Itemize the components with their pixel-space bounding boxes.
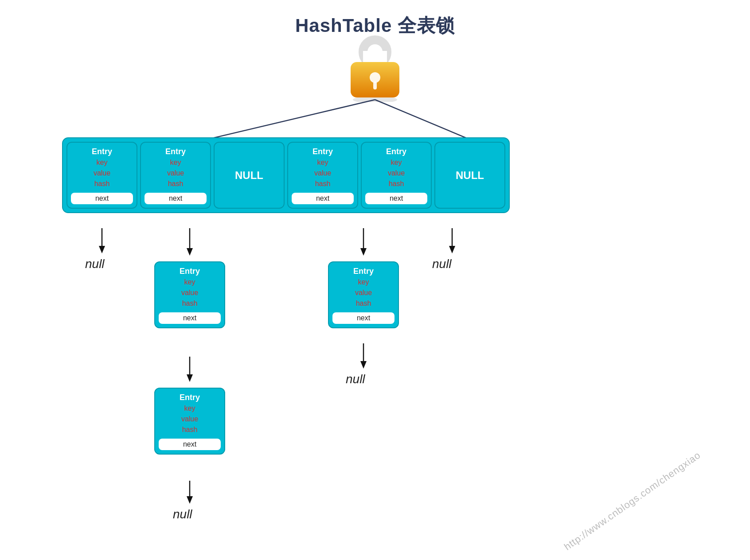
watermark: http://www.cnblogs.com/chengxiao <box>562 449 703 552</box>
null-text-2: null <box>432 257 452 271</box>
entry-next-4-l2: next <box>332 312 395 324</box>
svg-marker-13 <box>360 248 367 256</box>
entry-hash-4: hash <box>296 179 349 189</box>
entry-value-2-l2: value <box>163 288 216 298</box>
entry-value-4: value <box>296 168 349 179</box>
entry-value-1: value <box>75 168 129 179</box>
null-label-1: NULL <box>235 169 263 182</box>
entry-title-2-l3: Entry <box>163 393 216 402</box>
lock-icon <box>346 35 404 102</box>
entry-value-2-l3: value <box>163 414 216 424</box>
entry-key-2-l3: key <box>163 403 216 414</box>
svg-marker-21 <box>360 361 367 369</box>
entry-title-4: Entry <box>296 147 349 156</box>
entry-hash-5: hash <box>370 179 423 189</box>
entry-card-5: Entry key value hash next <box>361 142 432 209</box>
entry-card-2-level3: Entry key value hash next <box>154 388 225 455</box>
entry-hash-2-l3: hash <box>163 424 216 435</box>
entry-next-2-l3: next <box>159 439 221 450</box>
null-card-1: NULL <box>214 142 285 209</box>
entry-title-2-l2: Entry <box>163 267 216 276</box>
entry-hash-2: hash <box>149 179 202 189</box>
entry-next-4: next <box>292 193 354 204</box>
page-title: HashTable 全表锁 <box>0 0 750 38</box>
entry-title-2: Entry <box>149 147 202 156</box>
svg-marker-9 <box>99 246 105 253</box>
entry-card-2: Entry key value hash next <box>140 142 211 209</box>
entry-key-2: key <box>149 157 202 168</box>
entry-key-5: key <box>370 157 423 168</box>
entry-next-5: next <box>365 193 427 204</box>
entry-key-4: key <box>296 157 349 168</box>
entry-next-1: next <box>71 193 133 204</box>
entry-card-2-level2: Entry key value hash next <box>154 261 225 328</box>
svg-point-4 <box>370 72 380 83</box>
null-label-2: NULL <box>456 169 484 182</box>
svg-marker-17 <box>187 374 193 382</box>
svg-marker-19 <box>187 496 193 504</box>
null-text-2-l3: null <box>173 507 192 521</box>
entry-hash-1: hash <box>75 179 129 189</box>
entry-title-4-l2: Entry <box>337 267 390 276</box>
entry-value-2: value <box>149 168 202 179</box>
entry-value-5: value <box>370 168 423 179</box>
entry-next-2-l2: next <box>159 312 221 324</box>
entry-hash-2-l2: hash <box>163 298 216 309</box>
entry-key-1: key <box>75 157 129 168</box>
entry-card-1: Entry key value hash next <box>66 142 137 209</box>
entry-title-1: Entry <box>75 147 129 156</box>
entry-value-4-l2: value <box>337 288 390 298</box>
null-card-2: NULL <box>434 142 505 209</box>
entry-key-2-l2: key <box>163 277 216 288</box>
entry-card-4: Entry key value hash next <box>287 142 358 209</box>
entry-card-4-level2: Entry key value hash next <box>328 261 399 328</box>
svg-rect-5 <box>373 82 377 89</box>
svg-marker-11 <box>187 248 193 256</box>
entry-next-2: next <box>145 193 207 204</box>
null-text-1: null <box>85 257 105 271</box>
svg-marker-15 <box>449 246 455 253</box>
null-text-4-l2: null <box>346 372 365 386</box>
entry-title-5: Entry <box>370 147 423 156</box>
entry-key-4-l2: key <box>337 277 390 288</box>
entry-hash-4-l2: hash <box>337 298 390 309</box>
top-row: Entry key value hash next Entry key valu… <box>62 137 510 213</box>
